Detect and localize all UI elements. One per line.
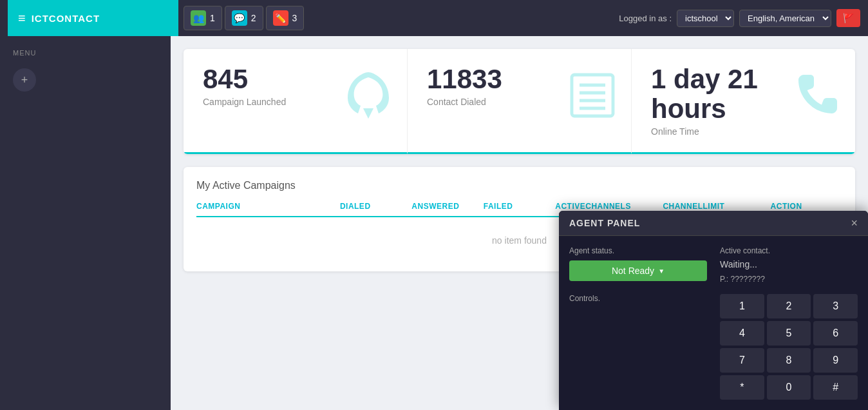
dial-2[interactable]: 2: [767, 294, 811, 318]
agent-panel-title: Agent Panel: [569, 218, 640, 228]
tab-icon-3: ✏️: [273, 10, 288, 26]
not-ready-label: Not Ready: [612, 266, 654, 276]
top-navigation: ≡ ICTCONTACT 👥 1 💬 2 ✏️ 3 Logged in as :…: [0, 0, 868, 36]
col-channellimit: CHANNELLIMIT: [663, 202, 770, 211]
brand-name: ICTCONTACT: [32, 13, 100, 24]
hamburger-menu[interactable]: ≡: [18, 11, 26, 26]
active-contact-label: Active contact.: [720, 246, 858, 255]
logged-in-label: Logged in as :: [619, 14, 672, 23]
dial-9[interactable]: 9: [813, 348, 858, 373]
phone-label: P.:: [720, 275, 728, 284]
agent-left-section: Agent status. Not Ready: [569, 246, 707, 284]
stats-row: 845 Campaign Launched 11833 Contact Dial…: [184, 49, 855, 154]
stat-card-contacts: 11833 Contact Dialed: [407, 49, 631, 154]
not-ready-button[interactable]: Not Ready: [569, 260, 707, 281]
nav-tabs: 👥 1 💬 2 ✏️ 3: [184, 6, 614, 30]
dial-0[interactable]: 0: [767, 375, 811, 400]
waiting-text: Waiting...: [720, 259, 858, 269]
dial-3[interactable]: 3: [813, 294, 858, 318]
col-activechannels: ACTIVECHANNELS: [555, 202, 663, 211]
agent-panel-header: Agent Panel ×: [559, 211, 868, 236]
dialpad-section: 1 2 3 4 5 6 7 8 9 * 0 #: [720, 294, 858, 400]
dial-hash[interactable]: #: [813, 375, 858, 400]
agent-panel-close-button[interactable]: ×: [851, 217, 858, 229]
dial-7[interactable]: 7: [720, 348, 764, 373]
agent-panel-body: Agent status. Not Ready Active contact. …: [559, 236, 868, 294]
col-action: ACTION: [771, 202, 842, 211]
nav-tab-3[interactable]: ✏️ 3: [266, 6, 305, 30]
tab-number-3: 3: [292, 13, 297, 23]
tab-number-2: 2: [251, 13, 256, 23]
col-answered: ANSWERED: [411, 202, 483, 211]
controls-section: Controls.: [569, 294, 707, 400]
tab-icon-1: 👥: [191, 10, 206, 26]
dial-1[interactable]: 1: [720, 294, 764, 318]
sidebar-add-button[interactable]: +: [13, 68, 36, 92]
user-select[interactable]: ictschool: [677, 10, 734, 27]
sidebar: MENU +: [0, 36, 171, 410]
agent-right-section: Active contact. Waiting... P.: ????????: [720, 246, 858, 284]
nav-right-section: Logged in as : ictschool English, Americ…: [619, 9, 860, 27]
dial-5[interactable]: 5: [767, 321, 811, 346]
col-dialed: DIALED: [340, 202, 411, 211]
phone-icon: [791, 70, 842, 132]
add-icon: +: [21, 73, 28, 87]
nav-tab-1[interactable]: 👥 1: [184, 6, 222, 30]
sidebar-menu-label: MENU: [0, 49, 171, 63]
phone-info: P.: ????????: [720, 275, 858, 284]
agent-panel: Agent Panel × Agent status. Not Ready Ac…: [559, 211, 868, 410]
dial-6[interactable]: 6: [813, 321, 858, 346]
list-icon: [567, 70, 618, 132]
dial-4[interactable]: 4: [720, 321, 764, 346]
language-select[interactable]: English, American: [739, 10, 831, 27]
agent-panel-bottom: Controls. 1 2 3 4 5 6 7 8 9 * 0 #: [559, 294, 868, 410]
tab-number-1: 1: [210, 13, 215, 23]
rocket-icon: [343, 70, 394, 132]
campaigns-title: My Active Campaigns: [196, 180, 842, 191]
col-failed: FAILED: [484, 202, 555, 211]
stat-card-online: 1 day 21 hours Online Time: [631, 49, 855, 154]
phone-value: ????????: [730, 275, 764, 284]
agent-status-label: Agent status.: [569, 246, 707, 255]
controls-label: Controls.: [569, 294, 707, 303]
tab-icon-2: 💬: [232, 10, 247, 26]
brand-logo: ≡ ICTCONTACT: [8, 0, 178, 36]
nav-tab-2[interactable]: 💬 2: [225, 6, 263, 30]
flag-button[interactable]: 🚩: [836, 9, 860, 27]
dial-8[interactable]: 8: [767, 348, 811, 373]
stat-card-campaigns: 845 Campaign Launched: [184, 49, 407, 154]
col-campaign: CAMPAIGN: [196, 202, 340, 211]
dial-star[interactable]: *: [720, 375, 764, 400]
dialpad: 1 2 3 4 5 6 7 8 9 * 0 #: [720, 294, 858, 400]
